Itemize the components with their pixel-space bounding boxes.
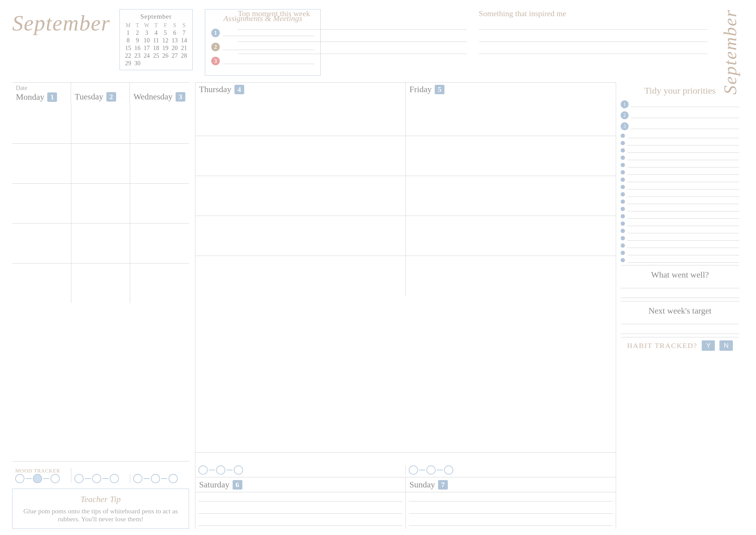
mini-calendar: September M T W T F S S 1 2 3 4 5 6 7 8 [120,9,193,70]
next-target-lines [621,319,739,334]
cal-d15: 15 [124,44,132,51]
thu-mood-cell [195,465,406,475]
bullet-line-14 [627,228,739,233]
sunday-name: Sunday [409,480,435,490]
priorities-panel: Tidy your priorities 1 2 3 [616,82,744,529]
bullet-dot-6 [621,170,625,175]
cal-day-h-s2: S [180,22,188,29]
assignment-num-3: 3 [211,57,220,65]
bullet-line-4 [627,155,739,160]
tue-cell-4 [71,224,130,263]
date-label: Date [16,84,67,92]
bullet-dot-14 [621,229,625,233]
bullet-dot-15 [621,236,625,240]
priority-line-3 [631,124,739,129]
sunday-col: Sunday 7 [406,477,616,529]
divider-1 [621,265,739,266]
went-well-lines [621,283,739,298]
cal-d6: 6 [171,29,179,36]
thu-cell-2 [195,136,406,176]
habit-no-button[interactable]: N [719,340,733,351]
thufri-row-2 [195,136,616,176]
teacher-tip-box: Teacher Tip Glue pom poms onto the tips … [12,489,189,529]
priority-badge-1: 1 [621,100,629,108]
wed-mood-circles [133,474,186,483]
assignment-num-2: 2 [211,43,220,51]
bullet-line-18 [627,258,739,263]
bullet-8 [621,184,739,189]
cal-d19: 19 [162,44,169,51]
bullet-dot-11 [621,207,625,211]
tue-mood-d1 [85,478,91,479]
wed-cell-3 [130,183,189,223]
top-moment-line-1 [238,23,467,30]
cal-day-h-m: M [124,22,132,29]
mon-mood-c1 [15,474,24,483]
cal-d4: 4 [152,29,160,36]
bullet-18 [621,258,739,263]
monday-num: 1 [47,93,57,102]
thu-mood-c1 [199,465,207,475]
mon-name-row: Monday 1 [16,92,67,102]
wed-spacer [134,84,185,92]
mon-mood-d2 [43,478,49,479]
inspired-line-3 [479,47,708,54]
fri-mood-cell [406,465,616,475]
calendar-area: Date Monday 1 Tuesday 2 Wed [12,82,744,529]
mtw-mood-row: MOOD TRACKER [12,461,189,486]
inspired-section: Something that inspired me [479,9,708,95]
bullet-line-16 [627,243,739,248]
tue-name-row: Tuesday 2 [75,92,126,101]
bullet-line-9 [627,192,739,197]
cal-d18: 18 [152,44,160,51]
thu-mood-d1 [209,470,215,470]
mini-cal-month: September [124,13,188,20]
next-target-title: Next week's target [621,306,739,316]
bullet-line-7 [627,177,739,182]
friday-num: 5 [435,85,445,94]
bullet-17 [621,250,739,255]
top-moment-label: Top moment this week [238,9,467,18]
tuesday-name: Tuesday [75,92,103,101]
habit-yes-button[interactable]: Y [702,340,715,351]
tue-mood-c1 [74,474,84,483]
thufri-row-3 [195,176,616,216]
thufri-row-5 [195,256,616,296]
top-moment-line-3 [238,47,467,54]
cal-d12: 12 [162,37,169,44]
sun-line-3 [409,520,613,526]
monday-name: Monday [16,92,44,102]
bullet-line-10 [627,199,739,204]
priority-item-1: 1 [621,100,739,108]
cal-day-h-s1: S [171,22,179,29]
bullet-line-15 [627,236,739,241]
teacher-tip-text: Glue pom poms onto the tips of whiteboar… [22,507,179,523]
bullet-15 [621,236,739,241]
mood-tracker-label-mon: MOOD TRACKER [15,468,68,474]
fri-mood-d1 [419,470,425,470]
fri-cell-4 [406,216,616,256]
cal-d27: 27 [171,52,179,59]
wed-cell-1 [130,104,189,143]
sat-line-1 [199,495,402,501]
tue-mood-c2 [92,474,101,483]
wed-cell-4 [130,224,189,263]
fri-cell-2 [406,136,616,176]
wed-name-row: Wednesday 3 [134,92,185,101]
wed-mood-c1 [133,474,142,483]
mtw-row-2 [12,144,189,183]
sat-line-2 [199,508,402,514]
cal-d26: 26 [162,52,169,59]
bullet-7 [621,177,739,182]
thu-cell-1 [195,96,406,136]
divider-3 [621,337,739,337]
wed-mood-d2 [161,478,167,479]
bullet-13 [621,221,739,226]
priority-item-2: 2 [621,111,739,119]
bullet-5 [621,162,739,167]
bullet-6 [621,170,739,175]
bullet-dot-10 [621,200,625,204]
saturday-col: Saturday 6 [195,477,406,529]
cal-d25: 25 [152,52,160,59]
september-title: September [12,9,110,34]
